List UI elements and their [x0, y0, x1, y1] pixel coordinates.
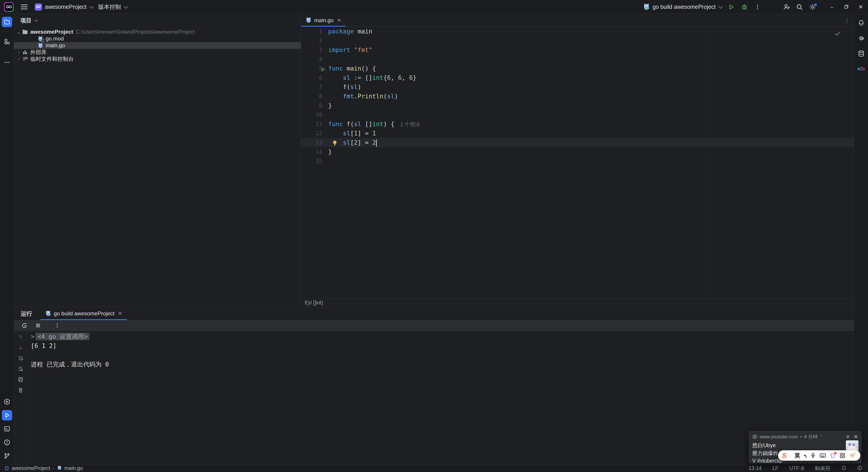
- project-tool-button[interactable]: [2, 17, 12, 27]
- notification-settings-icon[interactable]: [846, 435, 850, 439]
- tab-close-icon[interactable]: ✕: [337, 18, 341, 23]
- notification-close-icon[interactable]: ✕: [854, 434, 858, 440]
- ime-toolbar[interactable]: S 英 •, ✦: [778, 450, 860, 461]
- keyboard-icon[interactable]: [819, 453, 826, 458]
- main-menu-icon[interactable]: [20, 3, 29, 11]
- debug-button[interactable]: [738, 2, 751, 12]
- scroll-to-end-button[interactable]: [17, 366, 24, 372]
- maximize-button[interactable]: [839, 0, 854, 14]
- code-line-6[interactable]: 6 sl := []int{6, 6, 6}: [301, 73, 854, 82]
- clear-console-button[interactable]: [17, 387, 24, 394]
- code-line-8[interactable]: 8 fmt.Println(sl): [301, 92, 854, 101]
- terminal-tool-button[interactable]: [2, 423, 12, 434]
- project-widget[interactable]: AP awesomeProject: [35, 3, 92, 11]
- code-line-2[interactable]: 2: [301, 36, 854, 45]
- problems-tool-button[interactable]: [2, 437, 12, 448]
- folder-icon: [4, 19, 10, 25]
- soft-wrap-button[interactable]: [17, 355, 24, 362]
- code-line-9[interactable]: 9}: [301, 101, 854, 110]
- status-item[interactable]: 制表符: [815, 465, 831, 472]
- code-line-14[interactable]: 14}: [301, 147, 854, 156]
- sogou-logo-icon[interactable]: S: [782, 452, 786, 459]
- tree-chevron-icon[interactable]: ›: [16, 50, 22, 55]
- git-tool-button[interactable]: [2, 451, 12, 461]
- line-number: 12: [301, 129, 326, 138]
- code-text: [326, 110, 854, 119]
- run-tool-button[interactable]: [2, 410, 12, 420]
- prev-occurrence-button[interactable]: [17, 334, 24, 340]
- tree-item-main-go[interactable]: main.go: [14, 42, 301, 49]
- code-line-12[interactable]: 12 sl[1] = 1: [301, 129, 854, 138]
- run-tab-go-build[interactable]: go build awesomeProject ✕: [40, 307, 127, 320]
- settings-button[interactable]: [806, 2, 819, 12]
- search-everywhere-button[interactable]: [793, 2, 806, 12]
- line-number: 14: [301, 147, 326, 156]
- tab-title: main.go: [314, 17, 333, 24]
- status-project[interactable]: awesomeProject: [12, 465, 50, 471]
- breadcrumb[interactable]: f(sl []int): [301, 298, 854, 307]
- skin-icon[interactable]: [830, 453, 836, 458]
- tree-item--[interactable]: ›外部库: [14, 49, 301, 56]
- run-button[interactable]: [725, 2, 738, 12]
- tree-item--[interactable]: ›临时文件和控制台: [14, 56, 301, 62]
- code-line-4[interactable]: 4: [301, 55, 854, 64]
- run-console[interactable]: ><4 go 设置调用>[6 1 2]进程 已完成，退出代码为 0: [27, 331, 854, 464]
- code-line-13[interactable]: 13 sl[2] = 2: [301, 138, 854, 147]
- tab-main-go[interactable]: main.go ✕: [301, 14, 346, 27]
- run-configuration-selector[interactable]: go build awesomeProject: [643, 3, 721, 11]
- code-text: fmt.Println(sl): [326, 92, 854, 101]
- status-item[interactable]: 13:14: [748, 465, 762, 471]
- status-item[interactable]: LF: [772, 465, 778, 471]
- microphone-icon[interactable]: [810, 452, 816, 459]
- more-tool-windows-button[interactable]: [2, 57, 12, 68]
- goland-logo-icon: GO: [4, 2, 13, 12]
- minimize-button[interactable]: –: [825, 0, 839, 14]
- tree-item-label: go.mod: [46, 35, 64, 42]
- tree-item-go-mod[interactable]: go.mod: [14, 35, 301, 42]
- status-file[interactable]: main.go: [64, 465, 83, 471]
- rerun-button[interactable]: [20, 321, 29, 329]
- toolbox-grid-icon[interactable]: [839, 452, 845, 459]
- usages-inlay-hint[interactable]: 1 个用法: [400, 121, 420, 127]
- code-line-10[interactable]: 10: [301, 110, 854, 119]
- code-line-11[interactable]: 11func f(sl []int) {1 个用法: [301, 119, 854, 129]
- ime-language-toggle[interactable]: 英: [795, 452, 800, 459]
- gofile-icon: [37, 43, 44, 48]
- ai-assistant-button[interactable]: [856, 33, 866, 43]
- run-tab-close-icon[interactable]: ✕: [118, 311, 122, 316]
- tree-chevron-icon[interactable]: ›: [16, 57, 22, 62]
- emoji-face-icon[interactable]: ✦: [849, 452, 856, 459]
- status-item[interactable]: UTF-8: [789, 465, 804, 471]
- editor-body[interactable]: 1package main23import "fmt"45func main()…: [301, 27, 854, 298]
- code-line-15[interactable]: 15: [301, 156, 854, 166]
- code-tools-button[interactable]: </>: [856, 64, 866, 74]
- tab-options-button[interactable]: ⋮: [844, 19, 850, 22]
- database-button[interactable]: [856, 49, 866, 59]
- vcs-widget[interactable]: 版本控制: [98, 3, 127, 11]
- code-line-3[interactable]: 3import "fmt": [301, 45, 854, 55]
- services-tool-button[interactable]: [2, 397, 12, 407]
- code-line-5[interactable]: 5func main() {: [301, 64, 854, 73]
- more-actions-button[interactable]: [751, 2, 764, 12]
- project-panel-header[interactable]: 项目: [14, 14, 301, 27]
- inspections-ok-icon[interactable]: [834, 30, 841, 38]
- console-command-fold[interactable]: ><4 go 设置调用>: [31, 332, 854, 341]
- tree-chevron-icon[interactable]: ⌄: [16, 29, 22, 35]
- status-readonly-toggle[interactable]: [841, 465, 846, 472]
- ime-punctuation-toggle[interactable]: •,: [804, 452, 807, 459]
- close-button[interactable]: ✕: [854, 0, 868, 14]
- print-button[interactable]: [17, 376, 24, 383]
- stop-button[interactable]: [34, 321, 42, 329]
- collapse-icon[interactable]: ⌃: [820, 435, 823, 439]
- code-line-7[interactable]: 7 f(sl): [301, 82, 854, 92]
- run-options-button[interactable]: [53, 321, 61, 329]
- structure-tool-button[interactable]: [2, 36, 12, 47]
- next-occurrence-button[interactable]: [17, 344, 24, 351]
- code-line-1[interactable]: 1package main: [301, 27, 854, 36]
- fold-expander-icon[interactable]: >: [31, 333, 34, 340]
- project-panel: 项目 ⌄awesomeProjectC:\Users\meowr\GolandP…: [14, 14, 301, 307]
- tree-item-awesomeproject[interactable]: ⌄awesomeProjectC:\Users\meowr\GolandProj…: [14, 29, 301, 35]
- code-with-me-button[interactable]: [780, 2, 793, 12]
- status-inspection-widget[interactable]: [857, 465, 862, 472]
- notifications-button[interactable]: [856, 18, 866, 28]
